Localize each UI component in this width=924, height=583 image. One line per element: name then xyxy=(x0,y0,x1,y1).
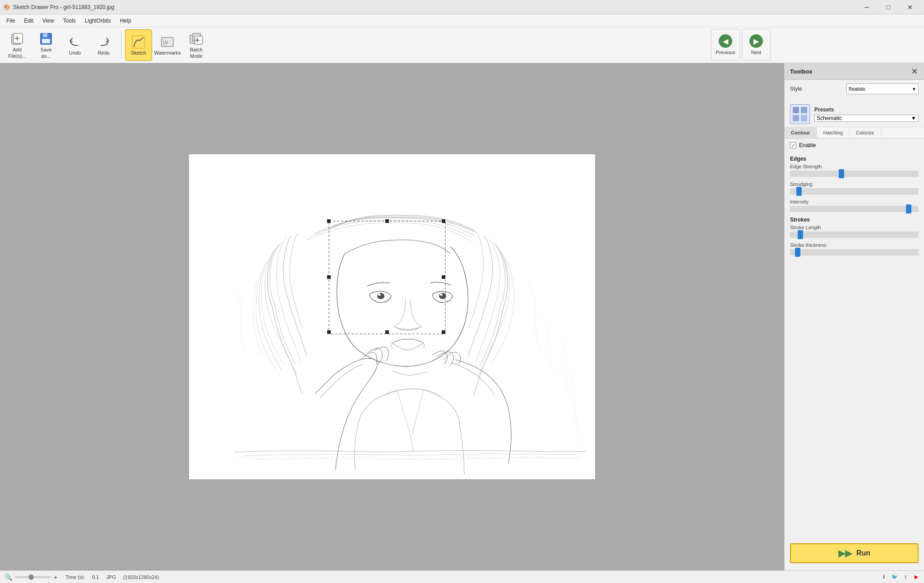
sliders-section: Edges Edge Strength Smudging Intensity xyxy=(785,150,924,262)
maximize-button[interactable]: □ xyxy=(878,0,899,14)
presets-icon xyxy=(790,104,810,124)
run-label: Run xyxy=(856,549,870,557)
intensity-thumb[interactable] xyxy=(906,204,911,213)
run-button[interactable]: ▶▶ Run xyxy=(790,543,919,563)
toolbar-separator xyxy=(121,32,121,59)
batch-mode-button[interactable]: Batch Mode xyxy=(183,29,210,61)
toolbox-header: Toolbox ✕ xyxy=(785,63,924,80)
stroke-length-thumb[interactable] xyxy=(798,230,803,239)
stroke-thickness-slider[interactable] xyxy=(790,249,919,255)
zoom-controls: 🔍 + xyxy=(4,574,58,581)
style-row: Style Realistic ▼ xyxy=(790,83,919,94)
smudging-label: Smudging xyxy=(790,181,919,187)
toolbox-spacer xyxy=(785,262,924,536)
presets-value: Schematic xyxy=(817,115,842,121)
svg-point-19 xyxy=(440,294,443,296)
window-title: Sketch Drawer Pro - girl-511883_1920.jpg xyxy=(13,4,114,10)
toolbox-close-button[interactable]: ✕ xyxy=(910,67,919,76)
watermarks-icon: W xyxy=(160,35,175,49)
svg-rect-32 xyxy=(801,115,807,121)
stroke-length-label: Stroke Length xyxy=(790,225,919,230)
svg-point-16 xyxy=(377,293,384,299)
intensity-slider[interactable] xyxy=(790,206,919,212)
tab-contour[interactable]: Contour xyxy=(785,127,817,138)
svg-rect-5 xyxy=(43,33,47,37)
svg-rect-26 xyxy=(327,330,331,334)
presets-dropdown[interactable]: Schematic ▼ xyxy=(814,115,919,122)
stroke-length-group: Stroke Length xyxy=(790,225,919,238)
edge-strength-thumb[interactable] xyxy=(839,169,844,178)
style-dropdown-arrow: ▼ xyxy=(912,87,916,92)
svg-rect-27 xyxy=(385,330,389,334)
title-bar-left: 🎨 Sketch Drawer Pro - girl-511883_1920.j… xyxy=(4,4,114,10)
redo-button[interactable]: Redo xyxy=(90,29,117,61)
enable-checkbox[interactable] xyxy=(790,142,796,148)
stroke-thickness-label: Stroke thickness xyxy=(790,242,919,248)
redo-icon xyxy=(97,35,111,49)
next-label: Next xyxy=(751,50,762,55)
batch-mode-label2: Mode xyxy=(190,53,203,59)
strokes-title: Strokes xyxy=(790,217,919,223)
add-files-button[interactable]: Add File(s)... xyxy=(4,29,31,61)
stroke-length-slider[interactable] xyxy=(790,231,919,238)
next-icon: ▶ xyxy=(749,34,763,48)
zoom-in-button[interactable]: + xyxy=(53,574,58,581)
next-button[interactable]: ▶ Next xyxy=(742,29,771,60)
save-as-icon xyxy=(39,32,53,46)
run-arrow-icon: ▶▶ xyxy=(838,548,852,559)
menu-lightorbits[interactable]: LightOrbits xyxy=(80,16,116,26)
edge-strength-group: Edge Strength xyxy=(790,164,919,177)
status-info-icon[interactable]: ℹ xyxy=(880,573,888,581)
svg-rect-24 xyxy=(327,275,331,279)
smudging-thumb[interactable] xyxy=(796,187,802,196)
nav-buttons: ◀ Previous ▶ Next xyxy=(711,29,771,60)
presets-section: Presets Schematic ▼ xyxy=(785,102,924,127)
stroke-thickness-thumb[interactable] xyxy=(795,248,800,257)
style-value: Realistic xyxy=(849,87,866,92)
toolbox-title: Toolbox xyxy=(790,68,813,75)
close-button[interactable]: ✕ xyxy=(900,0,920,14)
zoom-out-button[interactable]: 🔍 xyxy=(4,574,13,581)
enable-label: Enable xyxy=(799,142,816,148)
edge-strength-slider[interactable] xyxy=(790,171,919,177)
menu-edit[interactable]: Edit xyxy=(19,16,38,26)
tab-colorize[interactable]: Colorize xyxy=(850,127,881,138)
style-dropdown[interactable]: Realistic ▼ xyxy=(846,83,919,94)
sketch-button[interactable]: Sketch xyxy=(125,29,152,61)
batch-mode-label: Batch xyxy=(190,47,203,52)
tab-hatching[interactable]: Hatching xyxy=(817,127,850,138)
tabs-row: Contour Hatching Colorize xyxy=(785,127,924,139)
presets-col: Presets Schematic ▼ xyxy=(814,106,919,122)
undo-button[interactable]: Undo xyxy=(61,29,88,61)
minimize-button[interactable]: ─ xyxy=(856,0,877,14)
zoom-thumb[interactable] xyxy=(28,574,34,580)
status-facebook-icon[interactable]: f xyxy=(901,573,910,581)
status-bar: 🔍 + Time (s): 0.1 JPG (1920x1280x24) ℹ 🐦… xyxy=(0,570,924,583)
sketch-icon xyxy=(131,35,146,49)
menu-bar: File Edit View Tools LightOrbits Help xyxy=(0,14,924,27)
style-label: Style xyxy=(790,86,802,92)
status-youtube-icon[interactable]: ▶ xyxy=(912,573,920,581)
watermarks-label: Watermarks xyxy=(154,50,181,56)
title-bar-controls: ─ □ ✕ xyxy=(856,0,920,14)
menu-view[interactable]: View xyxy=(38,16,59,26)
menu-tools[interactable]: Tools xyxy=(59,16,80,26)
menu-file[interactable]: File xyxy=(2,16,19,26)
app-icon: 🎨 xyxy=(4,4,10,10)
previous-button[interactable]: ◀ Previous xyxy=(711,29,740,60)
status-twitter-icon[interactable]: 🐦 xyxy=(891,573,899,581)
main-area: Toolbox ✕ Style Realistic ▼ xyxy=(0,63,924,570)
svg-rect-21 xyxy=(327,219,331,223)
watermarks-button[interactable]: W Watermarks xyxy=(154,29,181,61)
menu-help[interactable]: Help xyxy=(116,16,136,26)
save-as-label2: as... xyxy=(42,53,51,59)
canvas-area[interactable] xyxy=(0,63,784,570)
save-as-button[interactable]: Save as... xyxy=(32,29,60,61)
stroke-thickness-group: Stroke thickness xyxy=(790,242,919,255)
svg-rect-22 xyxy=(385,219,389,223)
status-time-label: Time (s): xyxy=(65,574,85,580)
zoom-track[interactable] xyxy=(15,576,51,578)
batch-mode-icon xyxy=(189,32,203,46)
smudging-slider[interactable] xyxy=(790,188,919,194)
status-time-value: 0.1 xyxy=(92,574,99,580)
